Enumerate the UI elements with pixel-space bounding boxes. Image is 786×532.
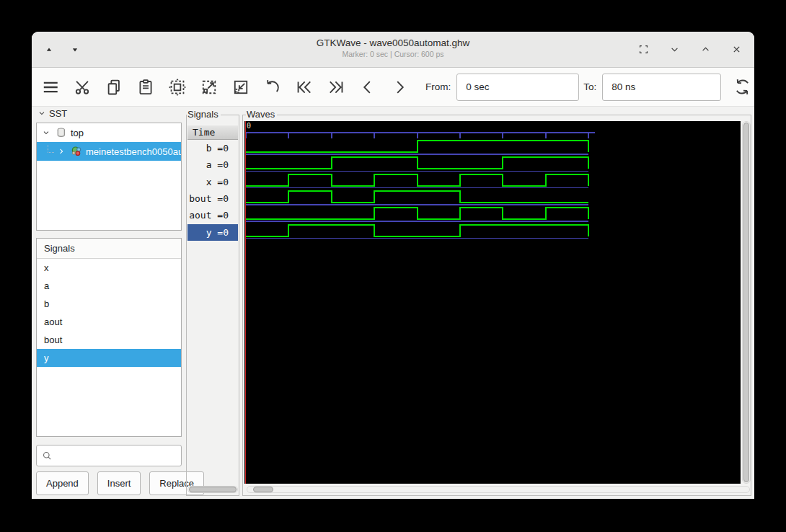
maximize-icon[interactable] — [699, 43, 712, 56]
minimize-icon[interactable] — [668, 43, 681, 56]
to-start-icon[interactable] — [294, 77, 314, 97]
main-content: SST topmeinetestbench0050aut Signals xab… — [32, 107, 754, 499]
database-icon — [56, 127, 68, 139]
paste-icon[interactable] — [136, 77, 155, 97]
append-button[interactable]: Append — [36, 471, 89, 495]
waves-vscrollbar[interactable] — [742, 121, 751, 484]
signal-row-b[interactable]: b =0 — [187, 140, 238, 156]
sst-tree: topmeinetestbench0050aut — [36, 123, 182, 231]
signals-hscrollbar[interactable] — [187, 486, 238, 493]
step-right-icon[interactable] — [389, 77, 409, 97]
time-header[interactable]: Time — [187, 125, 238, 140]
signal-row-x[interactable]: x =0 — [187, 174, 238, 190]
list-item[interactable]: y — [37, 349, 181, 367]
toolbar-icons — [40, 77, 421, 97]
copy-icon[interactable] — [104, 77, 123, 97]
menu-icon[interactable] — [40, 77, 60, 97]
signal-search-box[interactable] — [36, 445, 182, 466]
list-item[interactable]: x — [37, 259, 181, 277]
waves-hscrollbar[interactable] — [247, 486, 750, 493]
signal-row-a[interactable]: a =0 — [187, 156, 238, 173]
titlebar[interactable]: GTKWave - wave0050automat.ghw Marker: 0 … — [32, 32, 754, 68]
from-label: From: — [425, 81, 451, 92]
tree-connector — [48, 145, 54, 153]
insert-button[interactable]: Insert — [97, 471, 141, 495]
tree-item-label: top — [71, 128, 84, 138]
chevron-down-icon — [37, 109, 47, 118]
signal-row-bout[interactable]: bout =0 — [187, 190, 238, 207]
signal-list-items: xabaoutbouty — [37, 259, 181, 367]
signal-names-panel: Time b =0a =0x =0bout =0aout =0y =0 — [186, 115, 239, 496]
titlebar-right-buttons — [637, 32, 743, 67]
tree-item-meinetestbench0050aut[interactable]: meinetestbench0050aut — [37, 142, 181, 161]
sst-header[interactable]: SST — [37, 108, 67, 119]
list-item[interactable]: aout — [37, 313, 181, 331]
signal-row-aout[interactable]: aout =0 — [187, 207, 238, 223]
from-input[interactable] — [456, 74, 579, 101]
signal-row-y[interactable]: y =0 — [187, 224, 238, 241]
cut-icon[interactable] — [72, 77, 92, 97]
close-icon[interactable] — [730, 43, 743, 56]
wave-canvas[interactable]: 0 — [244, 121, 741, 484]
waveform-svg — [244, 121, 741, 484]
undo-icon[interactable] — [262, 77, 282, 97]
waves-hscrollbar-thumb[interactable] — [253, 487, 273, 492]
step-left-icon[interactable] — [358, 77, 377, 97]
shade-down-icon[interactable] — [69, 44, 81, 56]
fullscreen-icon[interactable] — [637, 43, 650, 56]
module-icon — [71, 146, 83, 158]
search-icon — [41, 450, 53, 462]
reload-button[interactable] — [733, 77, 752, 97]
signal-action-buttons: AppendInsertReplace — [36, 471, 204, 495]
list-item[interactable]: a — [37, 277, 181, 295]
zoom-out-icon[interactable] — [231, 77, 250, 97]
waves-panel: 0 — [242, 115, 751, 496]
search-input[interactable] — [57, 450, 177, 462]
signals-hscrollbar-thumb[interactable] — [189, 487, 237, 492]
chevron-down-icon[interactable] — [42, 128, 51, 138]
gtkwave-window: GTKWave - wave0050automat.ghw Marker: 0 … — [32, 32, 754, 499]
to-end-icon[interactable] — [326, 77, 345, 97]
signal-search-list: Signals xabaoutbouty — [36, 238, 182, 437]
waves-vscrollbar-thumb[interactable] — [743, 123, 749, 482]
chevron-right-icon[interactable] — [57, 147, 66, 156]
timescale-start-label: 0 — [247, 122, 251, 130]
sst-label: SST — [49, 108, 67, 119]
to-label: To: — [583, 81, 596, 92]
zoom-fit-icon[interactable] — [167, 77, 187, 97]
shade-up-icon[interactable] — [43, 44, 55, 56]
titlebar-left-buttons — [43, 32, 81, 67]
waves-frame-label: Waves — [246, 109, 277, 120]
to-input[interactable] — [602, 74, 721, 101]
toolbar: From: To: — [32, 68, 754, 107]
tree-item-label: meinetestbench0050aut — [86, 146, 181, 157]
list-item[interactable]: bout — [37, 331, 181, 349]
tree-item-top[interactable]: top — [37, 123, 181, 142]
signal-list-header[interactable]: Signals — [37, 239, 181, 259]
signals-frame-label: Signals — [187, 109, 221, 120]
list-item[interactable]: b — [37, 295, 181, 313]
zoom-in-icon[interactable] — [199, 77, 218, 97]
